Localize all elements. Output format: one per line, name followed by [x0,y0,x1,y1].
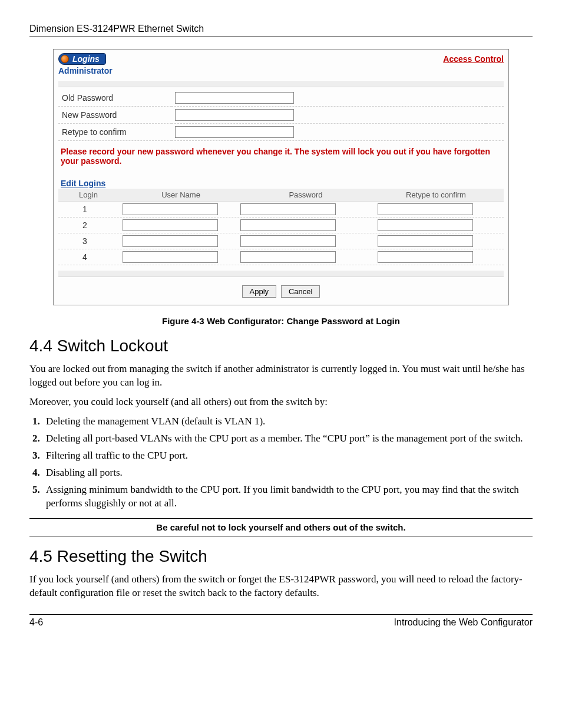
new-password-label: New Password [58,107,171,124]
col-user: User Name [118,189,243,201]
administrator-label: Administrator [58,66,113,75]
document-header: Dimension ES-3124PWR Ethernet Switch [29,24,533,37]
list-item: Assigning minimum bandwidth to the CPU p… [42,483,533,510]
lockout-list: Deleting the management VLAN (default is… [29,415,533,510]
password-input[interactable] [240,203,336,215]
retype-input[interactable] [378,203,473,215]
row-index: 2 [58,220,111,230]
footer-title: Introducing the Web Configurator [394,617,533,628]
section-4-4-heading: 4.4 Switch Lockout [29,337,533,355]
retype-input[interactable] [378,219,473,231]
section-divider [58,80,504,87]
old-password-label: Old Password [58,90,171,107]
col-pass: Password [243,189,368,201]
figure-caption: Figure 4-3 Web Configurator: Change Pass… [29,316,533,326]
table-row: 1 [58,202,504,218]
app-screenshot: Logins Administrator Access Control Old … [53,49,509,305]
retype-password-label: Retype to confirm [58,124,171,141]
password-input[interactable] [240,219,336,231]
section-4-4-p2: Moreover, you could lock yourself (and a… [29,396,533,409]
section-4-4-p1: You are locked out from managing the swi… [29,363,533,390]
password-input[interactable] [240,235,336,247]
retype-password-input[interactable] [175,126,294,138]
logins-table-header: Login User Name Password Retype to confi… [58,188,504,202]
retype-input[interactable] [378,251,473,263]
section-divider [58,270,504,277]
password-input[interactable] [240,251,336,263]
row-index: 1 [58,205,111,214]
badge-dot-icon [61,55,69,63]
username-input[interactable] [123,251,218,263]
retype-input[interactable] [378,235,473,247]
page-number: 4-6 [29,617,43,628]
row-index: 3 [58,236,111,246]
table-row: 3 [58,233,504,249]
lockout-callout: Be careful not to lock yourself and othe… [29,518,533,536]
access-control-link[interactable]: Access Control [443,54,504,64]
logins-table-body: 1234 [58,202,504,265]
edit-logins-heading: Edit Logins [58,179,504,188]
badge-text: Logins [72,54,100,64]
list-item: Filtering all traffic to the CPU port. [42,449,533,463]
table-row: 2 [58,218,504,233]
password-form: Old Password New Password Retype to conf… [58,90,504,141]
row-index: 4 [58,252,111,262]
password-warning: Please record your new password whenever… [58,141,504,167]
table-row: 4 [58,249,504,265]
list-item: Disabling all ports. [42,466,533,480]
username-input[interactable] [123,219,218,231]
col-login: Login [58,189,118,201]
list-item: Deleting all port-based VLANs with the C… [42,432,533,446]
apply-button[interactable]: Apply [242,285,277,298]
col-retype: Retype to confirm [368,189,504,201]
username-input[interactable] [123,203,218,215]
old-password-input[interactable] [175,92,294,104]
new-password-input[interactable] [175,109,294,121]
document-footer: 4-6 Introducing the Web Configurator [29,614,533,628]
username-input[interactable] [123,235,218,247]
section-4-5-p1: If you lock yourself (and others) from t… [29,573,533,600]
section-4-5-heading: 4.5 Resetting the Switch [29,547,533,566]
cancel-button[interactable]: Cancel [281,285,320,298]
list-item: Deleting the management VLAN (default is… [42,415,533,429]
logins-badge: Logins [58,53,106,65]
